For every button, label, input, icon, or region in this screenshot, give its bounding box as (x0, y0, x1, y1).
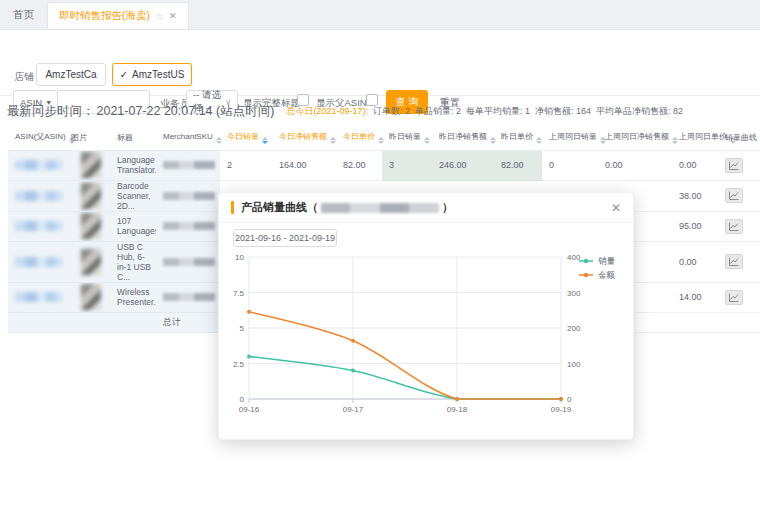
curve-cell (718, 241, 760, 282)
sku-cell (156, 180, 220, 211)
cell-lw_price: 14.00 (672, 282, 718, 312)
col-asin[interactable]: ASIN(父ASIN) (8, 126, 64, 150)
sku-cell (156, 282, 220, 312)
curve-cell (718, 150, 760, 180)
col-yday-qty[interactable]: 昨日销量 (382, 126, 432, 150)
image-cell (64, 282, 110, 312)
cell-yday_net: 246.00 (432, 150, 494, 180)
modal-title: 产品销量曲线（ ） (241, 200, 453, 215)
sales-curve-modal: 产品销量曲线（ ） ✕ 2021-09-16 - 2021-09-19 02.5… (218, 192, 634, 440)
image-cell (64, 211, 110, 241)
tab-label: 即时销售报告(海卖) (59, 9, 150, 23)
col-today-qty[interactable]: 今日销量 (220, 126, 272, 150)
sort-icon (330, 137, 336, 144)
col-lastweek-qty[interactable]: 上周同日销量 (542, 126, 598, 150)
svg-text:金额: 金额 (598, 270, 616, 280)
svg-text:10: 10 (235, 253, 244, 262)
col-title: 标题 (110, 126, 156, 150)
svg-text:0: 0 (240, 395, 245, 404)
tab-realtime-sales-report[interactable]: 即时销售报告(海卖) ☆ ✕ (47, 2, 189, 29)
asin-cell (8, 211, 64, 241)
col-yday-net[interactable]: 昨日净销售额 (432, 126, 494, 150)
svg-text:09-16: 09-16 (239, 405, 260, 414)
curve-cell (718, 180, 760, 211)
svg-text:100: 100 (567, 360, 581, 369)
cell-lw_qty: 0 (542, 150, 598, 180)
legend-item-2[interactable]: 金额 (579, 270, 616, 280)
sort-icon (672, 137, 678, 144)
sync-time-value: 2021-07-22 20:07:14 (站点时间) (97, 103, 275, 120)
sort-icon (424, 137, 430, 144)
product-title: Barcode Scanner, 2D... (110, 180, 156, 211)
image-cell (64, 150, 110, 180)
sort-icon (378, 137, 384, 144)
merchant-sku-redacted (163, 258, 215, 266)
cell-lw_price: 95.00 (672, 211, 718, 241)
svg-text:09-19: 09-19 (551, 405, 572, 414)
merchant-sku-redacted (163, 192, 215, 200)
legend-item-1[interactable]: 销量 (579, 256, 616, 266)
tab-bar: 首页 即时销售报告(海卖) ☆ ✕ (0, 0, 760, 30)
close-icon[interactable]: ✕ (611, 201, 621, 215)
svg-text:0: 0 (567, 395, 572, 404)
accent-bar (231, 201, 234, 214)
sales-curve-button[interactable] (725, 219, 743, 234)
merchant-sku-redacted (163, 222, 215, 230)
store-button-amztestca[interactable]: AmzTestCa (36, 63, 106, 86)
col-today-price[interactable]: 今日单价 (336, 126, 382, 150)
product-title: USB C Hub, 6- in-1 USB C... (110, 241, 156, 282)
sku-cell (156, 150, 220, 180)
svg-text:200: 200 (567, 324, 581, 333)
col-today-net[interactable]: 今日净销售额 (272, 126, 336, 150)
svg-text:7.5: 7.5 (233, 289, 245, 298)
cell-lw_net: 0.00 (598, 150, 672, 180)
sort-icon (490, 137, 496, 144)
today-total-label: 总今日(2021-09-17): (286, 105, 368, 118)
store-button-amztestus[interactable]: ✓ AmzTestUS (112, 63, 192, 86)
sales-curve-button[interactable] (725, 290, 743, 305)
svg-text:2.5: 2.5 (233, 360, 245, 369)
col-yday-price[interactable]: 昨日单价 (494, 126, 542, 150)
asin-redacted (15, 221, 63, 231)
product-title: Wireless Presenter... (110, 282, 156, 312)
sales-curve-button[interactable] (725, 158, 743, 173)
check-icon: ✓ (120, 69, 128, 80)
cell-today_price: 82.00 (336, 150, 382, 180)
col-merchant-sku[interactable]: MerchantSKU (156, 126, 220, 150)
sales-curve-chart: 02.557.510010020030040009-1609-1709-1809… (219, 251, 635, 431)
date-range-picker[interactable]: 2021-09-16 - 2021-09-19 (233, 229, 337, 247)
modal-header: 产品销量曲线（ ） ✕ (219, 193, 633, 223)
asin-cell (8, 180, 64, 211)
tab-home[interactable]: 首页 (0, 0, 47, 29)
cell-today_qty: 2 (220, 150, 272, 180)
merchant-sku-redacted (163, 161, 215, 169)
cell-yday_price: 82.00 (494, 150, 542, 180)
cell-lw_price: 0.00 (672, 241, 718, 282)
curve-cell (718, 282, 760, 312)
sales-curve-button[interactable] (725, 254, 743, 269)
asin-redacted (15, 160, 63, 170)
svg-text:销量: 销量 (598, 256, 616, 266)
sync-summary: 最新同步时间： 2021-07-22 20:07:14 (站点时间) 总今日(2… (0, 96, 760, 126)
col-lastweek-price[interactable]: 上周同日单价 (672, 126, 718, 150)
col-lastweek-net[interactable]: 上周同日净销售额 (598, 126, 672, 150)
asin-cell (8, 150, 64, 180)
cell-lw_price: 0.00 (672, 150, 718, 180)
cell-yday_qty: 3 (382, 150, 432, 180)
store-us-label: AmzTestUS (132, 69, 184, 80)
svg-text:400: 400 (567, 253, 581, 262)
product-image (81, 183, 101, 209)
curve-cell (718, 211, 760, 241)
merchant-sku-redacted (163, 293, 215, 301)
col-sales-curve: 销量曲线 (718, 126, 760, 150)
store-label: 店铺 (14, 70, 34, 84)
close-tab-icon[interactable]: ✕ (169, 11, 177, 21)
sales-curve-button[interactable] (725, 188, 743, 203)
sort-icon-active (262, 137, 268, 144)
cell-today_net: 164.00 (272, 150, 336, 180)
today-total-stats: 订单数: 2 单品销量: 2 每单平均销量: 1 净销售额: 164 平均单品净… (373, 105, 683, 118)
asin-redacted (15, 257, 63, 267)
sort-icon (536, 137, 542, 144)
star-icon[interactable]: ☆ (155, 11, 164, 22)
product-title: 107 Languages... (110, 211, 156, 241)
